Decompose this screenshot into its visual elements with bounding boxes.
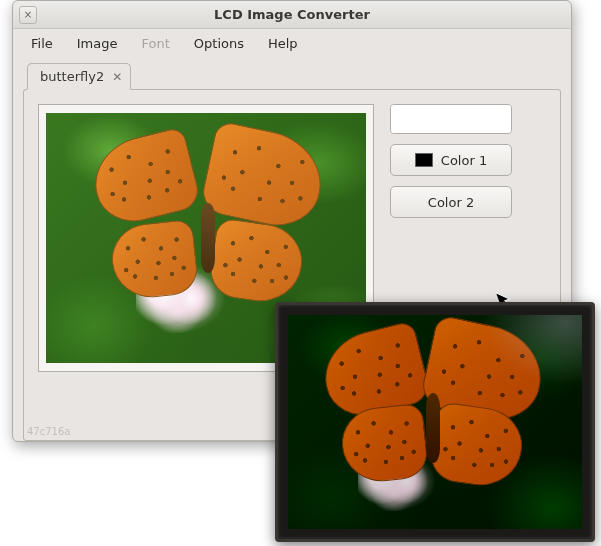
titlebar: × LCD Image Converter [13, 1, 571, 29]
menu-help[interactable]: Help [258, 33, 308, 54]
window-close-button[interactable]: × [19, 6, 37, 24]
watermark-text: 47c716a [27, 426, 70, 437]
color1-button[interactable]: Color 1 [390, 144, 512, 176]
menu-image[interactable]: Image [67, 33, 128, 54]
menubar: File Image Font Options Help [13, 29, 571, 57]
color1-swatch-icon [415, 153, 433, 167]
tab-strip: butterfly2 ✕ [13, 57, 571, 90]
lcd-screen [288, 315, 582, 529]
color1-label: Color 1 [441, 153, 487, 168]
lcd-device-photo [275, 302, 595, 542]
window-title: LCD Image Converter [13, 7, 571, 22]
zoom-input[interactable] [391, 105, 512, 133]
control-panel: ▲ ▼ Color 1 Color 2 [390, 104, 512, 218]
zoom-spinbox[interactable]: ▲ ▼ [390, 104, 512, 134]
menu-font: Font [131, 33, 179, 54]
tab-close-icon[interactable]: ✕ [112, 70, 122, 84]
tab-label: butterfly2 [40, 69, 104, 84]
color2-label: Color 2 [428, 195, 474, 210]
menu-options[interactable]: Options [184, 33, 254, 54]
color2-button[interactable]: Color 2 [390, 186, 512, 218]
menu-file[interactable]: File [21, 33, 63, 54]
tab-butterfly2[interactable]: butterfly2 ✕ [27, 63, 131, 90]
close-icon: × [24, 9, 32, 20]
image-butterfly [88, 131, 328, 311]
